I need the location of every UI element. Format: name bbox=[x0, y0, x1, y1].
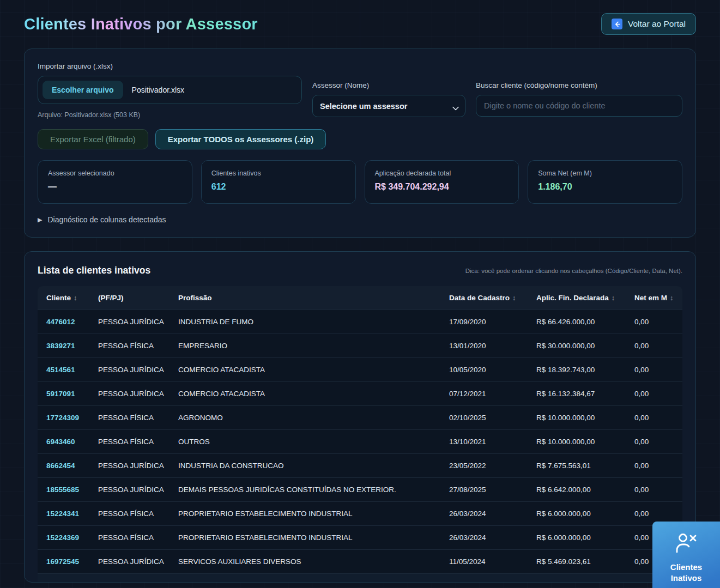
clientes-inativos-badge[interactable]: Clientes Inativos bbox=[652, 522, 720, 588]
table-cell: 0,00 bbox=[626, 310, 682, 334]
table-row: 4514561PESSOA JURÍDICACOMERCIO ATACADIST… bbox=[38, 357, 682, 381]
table-cell: INDUSTRIA DE FUMO bbox=[170, 310, 440, 334]
stat-value: 1.186,70 bbox=[538, 182, 672, 192]
column-header-cliente[interactable]: Cliente↕ bbox=[38, 286, 89, 310]
sort-icon: ↕ bbox=[612, 294, 615, 302]
client-code-cell[interactable]: 15224341 bbox=[38, 501, 89, 525]
table-cell: R$ 66.426.000,00 bbox=[528, 310, 626, 334]
file-input[interactable]: Escolher arquivo Positivador.xlsx bbox=[38, 76, 302, 104]
stat-value: R$ 349.704.292,94 bbox=[375, 182, 509, 192]
client-code-cell[interactable]: 17724309 bbox=[38, 405, 89, 429]
stat-value: 612 bbox=[211, 182, 346, 192]
table-cell: DEMAIS PESSOAS JURIDÍCAS CONSTITUÍDAS NO… bbox=[170, 477, 440, 501]
table-cell: 0,00 bbox=[626, 429, 682, 453]
table-cell: EMPRESARIO bbox=[170, 334, 440, 357]
badge-line2: Inativos bbox=[670, 573, 702, 584]
table-cell: R$ 16.132.384,67 bbox=[528, 381, 626, 405]
table-cell: R$ 10.000.000,00 bbox=[528, 429, 626, 453]
table-cell: R$ 7.675.563,01 bbox=[528, 453, 626, 477]
table-row: 17724309PESSOA FÍSICAAGRONOMO02/10/2025R… bbox=[38, 405, 682, 429]
table-cell: R$ 10.000.000,00 bbox=[528, 405, 626, 429]
export-buttons-row: Exportar Excel (filtrado) Exportar TODOS… bbox=[38, 129, 682, 149]
choose-file-button[interactable]: Escolher arquivo bbox=[43, 81, 123, 99]
table-cell: INDUSTRIA DA CONSTRUCAO bbox=[170, 453, 440, 477]
sort-icon: ↕ bbox=[512, 294, 516, 302]
client-code-cell[interactable]: 4514561 bbox=[38, 357, 89, 381]
column-header-data-cadastro[interactable]: Data de Cadastro↕ bbox=[440, 286, 528, 310]
topbar: Clientes Inativos por Assessor Voltar ao… bbox=[24, 13, 696, 35]
table-cell: 10/05/2020 bbox=[440, 357, 528, 381]
table-cell: 02/10/2025 bbox=[440, 405, 528, 429]
table-row: 6943460PESSOA FÍSICAOUTROS13/10/2021R$ 1… bbox=[38, 429, 682, 453]
list-header: Lista de clientes inativos Dica: você po… bbox=[38, 265, 682, 276]
client-code-cell[interactable]: 16972545 bbox=[38, 549, 89, 573]
left-arrow-icon bbox=[612, 19, 622, 29]
sort-hint: Dica: você pode ordenar clicando nos cab… bbox=[465, 268, 682, 274]
table-cell: 0,00 bbox=[626, 357, 682, 381]
assessor-label: Assessor (Nome) bbox=[312, 81, 465, 89]
client-search-group: Buscar cliente (código/nome contém) bbox=[476, 81, 682, 117]
client-code-cell[interactable]: 8662454 bbox=[38, 453, 89, 477]
diagnostics-details: ▶ Diagnóstico de colunas detectadas bbox=[38, 215, 682, 224]
client-search-input[interactable] bbox=[476, 95, 682, 117]
clients-list-card: Lista de clientes inativos Dica: você po… bbox=[24, 251, 696, 583]
table-cell: PESSOA JURÍDICA bbox=[89, 453, 170, 477]
column-header-aplic-fin[interactable]: Aplic. Fin. Declarada↕ bbox=[528, 286, 626, 310]
import-file-label: Importar arquivo (.xlsx) bbox=[38, 62, 302, 70]
table-cell: 23/05/2022 bbox=[440, 453, 528, 477]
back-to-portal-button[interactable]: Voltar ao Portal bbox=[601, 13, 696, 35]
stat-label: Clientes inativos bbox=[211, 169, 346, 177]
table-cell: OUTROS bbox=[170, 429, 440, 453]
client-code-cell[interactable]: 4476012 bbox=[38, 310, 89, 334]
column-header-pfpj[interactable]: (PF/PJ) bbox=[89, 286, 170, 310]
stat-card-net-sum: Soma Net (em M) 1.186,70 bbox=[528, 160, 682, 204]
table-header-row: Cliente↕ (PF/PJ) Profissão Data de Cadas… bbox=[38, 286, 682, 310]
table-cell: COMERCIO ATACADISTA bbox=[170, 357, 440, 381]
client-code-cell[interactable]: 18555685 bbox=[38, 477, 89, 501]
client-code-cell[interactable]: 6943460 bbox=[38, 429, 89, 453]
badge-line1: Clientes bbox=[670, 562, 702, 573]
table-cell: R$ 6.642.000,00 bbox=[528, 477, 626, 501]
assessor-select-group: Assessor (Nome) Selecione um assessor bbox=[312, 81, 465, 117]
table-row: 16972545PESSOA JURÍDICASERVICOS AUXILIAR… bbox=[38, 549, 682, 573]
table-cell: PROPRIETARIO ESTABELECIMENTO INDUSTRIAL bbox=[170, 525, 440, 549]
client-code-cell[interactable]: 3839271 bbox=[38, 334, 89, 357]
table-body: 4476012PESSOA JURÍDICAINDUSTRIA DE FUMO1… bbox=[38, 310, 682, 573]
table-row: 4476012PESSOA JURÍDICAINDUSTRIA DE FUMO1… bbox=[38, 310, 682, 334]
table-row: 8662454PESSOA JURÍDICAINDUSTRIA DA CONST… bbox=[38, 453, 682, 477]
page-title: Clientes Inativos por Assessor bbox=[24, 15, 258, 33]
file-helper-text: Arquivo: Positivador.xlsx (503 KB) bbox=[38, 111, 302, 119]
assessor-select[interactable]: Selecione um assessor bbox=[312, 95, 465, 117]
client-code-cell[interactable]: 5917091 bbox=[38, 381, 89, 405]
table-cell: 0,00 bbox=[626, 334, 682, 357]
export-filtered-button[interactable]: Exportar Excel (filtrado) bbox=[38, 129, 148, 149]
stat-label: Aplicação declarada total bbox=[375, 169, 509, 177]
sort-icon: ↕ bbox=[670, 294, 673, 302]
stat-card-inactive-count: Clientes inativos 612 bbox=[201, 160, 356, 204]
client-code-cell[interactable]: 15224369 bbox=[38, 525, 89, 549]
table-row: 3839271PESSOA FÍSICAEMPRESARIO13/01/2020… bbox=[38, 334, 682, 357]
table-row-partial bbox=[38, 573, 682, 582]
table-cell: 0,00 bbox=[626, 381, 682, 405]
table-cell: R$ 5.469.023,61 bbox=[528, 549, 626, 573]
table-cell: R$ 30.000.000,00 bbox=[528, 334, 626, 357]
table-cell: R$ 18.392.743,00 bbox=[528, 357, 626, 381]
column-header-profissao[interactable]: Profissão bbox=[170, 286, 440, 310]
file-import-group: Importar arquivo (.xlsx) Escolher arquiv… bbox=[38, 62, 302, 119]
column-header-net[interactable]: Net em M↕ bbox=[626, 286, 682, 310]
sort-icon: ↕ bbox=[74, 294, 77, 302]
table-row: 15224369PESSOA FÍSICAPROPRIETARIO ESTABE… bbox=[38, 525, 682, 549]
table-cell: PESSOA JURÍDICA bbox=[89, 381, 170, 405]
export-all-button[interactable]: Exportar TODOS os Assessores (.zip) bbox=[155, 129, 326, 149]
diagnostics-toggle[interactable]: ▶ Diagnóstico de colunas detectadas bbox=[38, 215, 682, 224]
table-cell: SERVICOS AUXILIARES DIVERSOS bbox=[170, 549, 440, 573]
table-cell: PESSOA JURÍDICA bbox=[89, 357, 170, 381]
table-cell: 0,00 bbox=[626, 477, 682, 501]
badge-text: Clientes Inativos bbox=[670, 562, 702, 584]
table-cell: PESSOA FÍSICA bbox=[89, 501, 170, 525]
back-button-label: Voltar ao Portal bbox=[628, 19, 686, 29]
table-cell: PESSOA JURÍDICA bbox=[89, 310, 170, 334]
table-row: 5917091PESSOA JURÍDICACOMERCIO ATACADIST… bbox=[38, 381, 682, 405]
table-cell: 13/10/2021 bbox=[440, 429, 528, 453]
table-cell: R$ 6.000.000,00 bbox=[528, 501, 626, 525]
